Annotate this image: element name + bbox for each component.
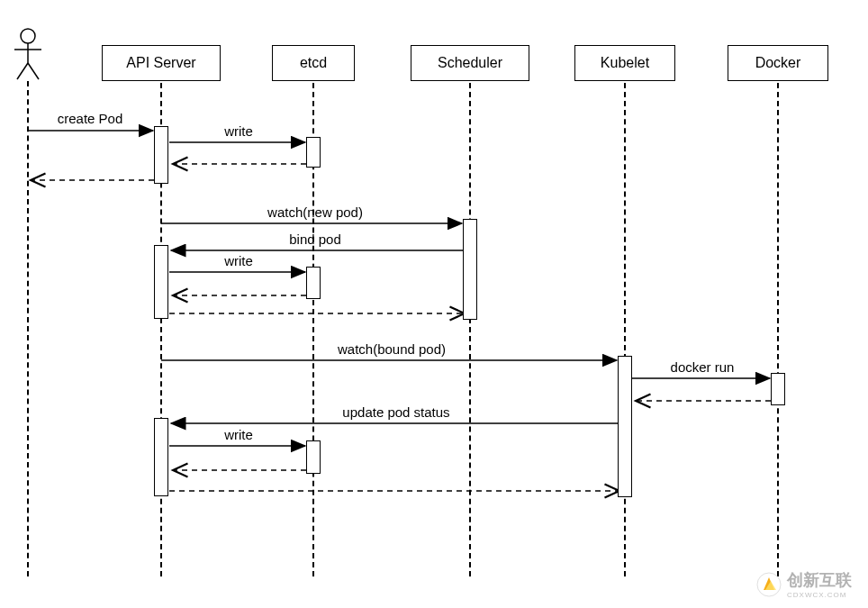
msg-create-pod: create Pod: [50, 111, 131, 126]
msg-watch-bound: watch(bound pod): [315, 341, 468, 357]
arrows-layer: [0, 0, 868, 608]
msg-watch-new: watch(new pod): [248, 204, 383, 220]
activation-etcd-2: [306, 267, 321, 299]
activation-etcd-1: [306, 137, 321, 168]
sequence-diagram: API Server etcd Scheduler Kubelet Docker: [0, 0, 868, 608]
activation-api-2: [154, 245, 168, 319]
activation-api-1: [154, 126, 168, 184]
activation-kubelet: [618, 356, 632, 497]
msg-write-2: write: [212, 253, 266, 268]
watermark-logo-icon: [756, 572, 782, 597]
activation-scheduler: [463, 219, 477, 320]
activation-api-3: [154, 418, 168, 496]
activation-docker: [771, 373, 785, 405]
msg-write-1: write: [212, 123, 266, 139]
msg-update-status: update pod status: [315, 404, 477, 420]
watermark-text: 创新互联: [787, 569, 852, 591]
msg-write-3: write: [212, 427, 266, 442]
watermark-sub: CDXWCX.COM: [787, 591, 852, 599]
msg-docker-run: docker run: [657, 359, 747, 375]
activation-etcd-3: [306, 440, 321, 474]
watermark: 创新互联 CDXWCX.COM: [756, 569, 852, 599]
msg-bind-pod: bind pod: [270, 231, 360, 247]
